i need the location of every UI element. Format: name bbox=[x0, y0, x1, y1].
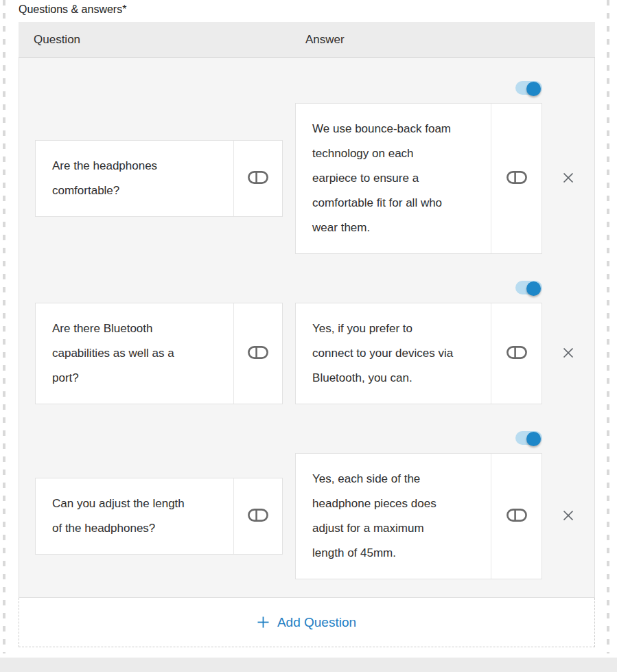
toggle-knob-icon bbox=[526, 82, 541, 96]
toggle-knob-icon bbox=[526, 281, 541, 296]
answer-text[interactable]: We use bounce-back foam technology on ea… bbox=[296, 104, 491, 253]
qa-row: Can you adjust the length of the headpho… bbox=[35, 431, 577, 579]
answer-field[interactable]: Yes, if you prefer to connect to your de… bbox=[295, 303, 542, 404]
question-field-toggle-button[interactable] bbox=[233, 303, 282, 404]
question-field[interactable]: Are the headphones comfortable? bbox=[35, 140, 283, 217]
row-fields: Are there Bluetooth capabilities as well… bbox=[35, 303, 577, 404]
qa-row: Are the headphones comfortable? We use bbox=[35, 81, 577, 254]
answer-field[interactable]: We use bounce-back foam technology on ea… bbox=[295, 103, 542, 254]
add-question-row[interactable]: Add Question bbox=[19, 598, 595, 647]
answer-field-toggle-button[interactable] bbox=[491, 104, 542, 253]
row-toggle-line bbox=[35, 281, 577, 294]
question-field-toggle-button[interactable] bbox=[233, 478, 282, 554]
answer-field[interactable]: Yes, each side of the headphone pieces d… bbox=[295, 453, 542, 579]
answer-text[interactable]: Yes, if you prefer to connect to your de… bbox=[296, 303, 491, 404]
column-header-question: Question bbox=[34, 33, 305, 47]
pill-toggle-icon bbox=[248, 346, 268, 362]
remove-question-button[interactable] bbox=[560, 508, 577, 524]
row-fields: Can you adjust the length of the headpho… bbox=[35, 453, 577, 579]
answer-field-toggle-button[interactable] bbox=[491, 303, 542, 404]
module-title: Questions & answers* bbox=[19, 3, 595, 16]
row-enabled-toggle[interactable] bbox=[515, 281, 542, 294]
plus-icon bbox=[257, 616, 269, 628]
answer-text[interactable]: Yes, each side of the headphone pieces d… bbox=[296, 454, 491, 579]
question-field-toggle-button[interactable] bbox=[233, 141, 282, 216]
remove-question-button[interactable] bbox=[560, 170, 577, 187]
row-toggle-line bbox=[35, 81, 577, 95]
row-enabled-toggle[interactable] bbox=[515, 81, 542, 95]
question-text[interactable]: Are the headphones comfortable? bbox=[36, 141, 233, 216]
pill-toggle-icon bbox=[248, 171, 268, 187]
row-toggle-line bbox=[35, 431, 577, 445]
qa-module: Questions & answers* Question Answer Are… bbox=[0, 0, 617, 647]
qa-table-header: Question Answer bbox=[19, 22, 595, 58]
row-fields: Are the headphones comfortable? We use bbox=[35, 103, 577, 254]
close-icon bbox=[561, 170, 576, 187]
answer-field-toggle-button[interactable] bbox=[491, 454, 542, 579]
pill-toggle-icon bbox=[507, 171, 527, 187]
question-field[interactable]: Can you adjust the length of the headpho… bbox=[35, 478, 283, 555]
remove-question-button[interactable] bbox=[560, 345, 577, 362]
pill-toggle-icon bbox=[507, 346, 527, 362]
question-text[interactable]: Can you adjust the length of the headpho… bbox=[36, 478, 233, 554]
add-question-button[interactable]: Add Question bbox=[257, 615, 356, 630]
next-section-strip bbox=[0, 658, 617, 672]
qa-table: Question Answer Are the headphones comfo… bbox=[19, 22, 595, 647]
column-header-answer: Answer bbox=[305, 33, 345, 47]
qa-row: Are there Bluetooth capabilities as well… bbox=[35, 281, 577, 404]
qa-table-body: Are the headphones comfortable? We use bbox=[19, 58, 595, 598]
add-question-label: Add Question bbox=[277, 615, 356, 630]
close-icon bbox=[561, 345, 576, 362]
close-icon bbox=[561, 508, 576, 525]
pill-toggle-icon bbox=[507, 509, 527, 524]
pill-toggle-icon bbox=[248, 509, 268, 524]
question-text[interactable]: Are there Bluetooth capabilities as well… bbox=[36, 303, 233, 404]
toggle-knob-icon bbox=[526, 432, 541, 446]
question-field[interactable]: Are there Bluetooth capabilities as well… bbox=[35, 303, 283, 404]
row-enabled-toggle[interactable] bbox=[515, 431, 542, 445]
